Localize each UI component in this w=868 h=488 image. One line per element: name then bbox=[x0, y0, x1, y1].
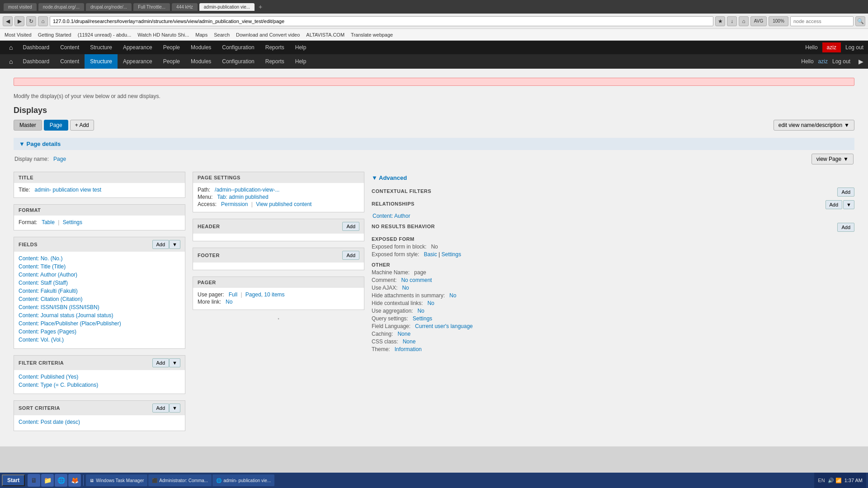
bookmark-naruto[interactable]: Watch HD Naruto Shi... bbox=[136, 31, 191, 38]
drupal-home2-icon[interactable]: ⌂ bbox=[5, 58, 17, 65]
bookmark-maps[interactable]: Maps bbox=[193, 31, 209, 38]
nav1-people[interactable]: People bbox=[158, 41, 185, 54]
reload-button[interactable]: ↻ bbox=[26, 16, 36, 26]
bookmark-button[interactable]: ★ bbox=[715, 16, 725, 26]
field-item-10[interactable]: Content: Vol. (Vol.) bbox=[19, 337, 180, 343]
comment-value-link[interactable]: No comment bbox=[401, 277, 432, 283]
zoom-button[interactable]: 100% bbox=[769, 16, 788, 26]
nav1-content[interactable]: Content bbox=[55, 41, 85, 54]
browser-tab-4[interactable]: Full Throttle... bbox=[133, 3, 170, 11]
exposed-form-settings-link[interactable]: Settings bbox=[442, 251, 461, 258]
pager-paged-link[interactable]: Paged, 10 items bbox=[245, 291, 285, 298]
browser-tab-active[interactable]: admin-publication vie... bbox=[199, 3, 255, 11]
home2-button[interactable]: ⌂ bbox=[739, 16, 749, 26]
nav2-content[interactable]: Content bbox=[55, 54, 85, 69]
caching-value-link[interactable]: None bbox=[397, 331, 410, 337]
nav2-appearance[interactable]: Appearance bbox=[118, 54, 158, 69]
pager-full-link[interactable]: Full bbox=[229, 291, 237, 298]
taskbar-icon-4[interactable]: 🦊 bbox=[68, 474, 81, 487]
use-ajax-value-link[interactable]: No bbox=[402, 285, 409, 291]
advanced-header[interactable]: ▼ Advanced bbox=[372, 172, 854, 184]
field-item-5[interactable]: Content: Citation (Citation) bbox=[19, 296, 180, 302]
bookmark-altavista[interactable]: ALTAVISTA.COM bbox=[304, 31, 346, 38]
back-button[interactable]: ◀ bbox=[3, 16, 13, 26]
taskbar-item-1[interactable]: 🖥 Windows Task Manager bbox=[86, 474, 147, 486]
nav1-reports[interactable]: Reports bbox=[260, 41, 290, 54]
nav2-modules[interactable]: Modules bbox=[185, 54, 217, 69]
nav1-configuration[interactable]: Configuration bbox=[217, 41, 259, 54]
use-aggregation-value-link[interactable]: No bbox=[417, 308, 424, 314]
field-item-1[interactable]: Content: Title (Title) bbox=[19, 263, 180, 270]
header-add-button[interactable]: Add bbox=[342, 222, 359, 231]
nav2-dashboard[interactable]: Dashboard bbox=[17, 54, 55, 69]
sort-add-button[interactable]: Add bbox=[152, 404, 170, 413]
browser-tab-1[interactable]: most visited bbox=[4, 3, 37, 11]
taskbar-icon-3[interactable]: 🌐 bbox=[55, 474, 67, 487]
fields-add-button[interactable]: Add bbox=[152, 240, 170, 249]
field-item-0[interactable]: Content: No. (No.) bbox=[19, 255, 180, 262]
start-button[interactable]: Start bbox=[2, 474, 25, 486]
forward-button[interactable]: ▶ bbox=[14, 16, 24, 26]
format-settings-link[interactable]: Settings bbox=[63, 219, 82, 225]
relationships-author-link[interactable]: Content: Author bbox=[373, 213, 410, 219]
more-link-value[interactable]: No bbox=[226, 299, 232, 305]
search-go-button[interactable]: 🔍 bbox=[855, 16, 865, 26]
filter-item-0[interactable]: Content: Published (Yes) bbox=[19, 374, 180, 380]
address-input[interactable] bbox=[50, 16, 713, 26]
contextual-filters-add-button[interactable]: Add bbox=[837, 188, 854, 197]
nav2-help[interactable]: Help bbox=[290, 54, 312, 69]
nav1-appearance[interactable]: Appearance bbox=[118, 41, 158, 54]
title-value-link[interactable]: admin- publication view test bbox=[35, 187, 101, 193]
nav1-structure[interactable]: Structure bbox=[85, 41, 118, 54]
hide-attachments-value-link[interactable]: No bbox=[449, 292, 456, 299]
sort-item-0[interactable]: Content: Post date (desc) bbox=[19, 419, 180, 425]
field-item-2[interactable]: Content: Author (Author) bbox=[19, 272, 180, 278]
edit-view-name-button[interactable]: edit view name/description ▼ bbox=[774, 120, 854, 131]
search-input[interactable] bbox=[790, 16, 854, 26]
permission-link[interactable]: Permission bbox=[221, 201, 248, 207]
download-button[interactable]: ↓ bbox=[727, 16, 737, 26]
taskbar-item-2[interactable]: ⬛ Administrator: Comma... bbox=[148, 474, 212, 486]
add-display-button[interactable]: + Add bbox=[70, 120, 94, 131]
footer-add-button[interactable]: Add bbox=[342, 251, 359, 260]
bookmark-getting-started[interactable]: Getting Started bbox=[36, 31, 73, 38]
nav1-username[interactable]: aziz bbox=[822, 42, 841, 52]
field-item-3[interactable]: Content: Staff (Staff) bbox=[19, 280, 180, 286]
format-table-link[interactable]: Table bbox=[42, 219, 55, 225]
avast-button[interactable]: AVG bbox=[750, 16, 767, 26]
field-item-7[interactable]: Content: Journal status (Journal status) bbox=[19, 312, 180, 319]
nav2-configuration[interactable]: Configuration bbox=[217, 54, 259, 69]
path-value-link[interactable]: /admin--publication-view-... bbox=[215, 187, 279, 193]
menu-value-link[interactable]: Tab: admin published bbox=[217, 194, 268, 200]
home-button[interactable]: ⌂ bbox=[38, 16, 48, 26]
nav2-logout-button[interactable]: Log out bbox=[832, 58, 850, 65]
css-class-value-link[interactable]: None bbox=[403, 338, 416, 345]
browser-tab-5[interactable]: 444 kHz bbox=[172, 3, 198, 11]
nav2-reports[interactable]: Reports bbox=[260, 54, 290, 69]
field-language-value-link[interactable]: Current user's language bbox=[415, 323, 473, 329]
display-name-value[interactable]: Page bbox=[53, 156, 66, 162]
bookmark-most-visited[interactable]: Most Visited bbox=[3, 31, 33, 38]
nav2-username[interactable]: aziz bbox=[818, 58, 828, 65]
nav1-help[interactable]: Help bbox=[290, 41, 312, 54]
page-details-header[interactable]: ▼ Page details bbox=[14, 138, 854, 150]
relationships-add-dropdown[interactable]: ▼ bbox=[843, 200, 854, 209]
nav2-structure[interactable]: Structure bbox=[85, 54, 118, 69]
query-settings-link[interactable]: Settings bbox=[413, 315, 432, 322]
drupal-home-icon[interactable]: ⌂ bbox=[5, 44, 17, 51]
browser-tab-2[interactable]: node.drupal.org/... bbox=[38, 3, 84, 11]
nav1-dashboard[interactable]: Dashboard bbox=[17, 41, 55, 54]
field-item-6[interactable]: Content: ISSN/ISBN (ISSN/ISBN) bbox=[19, 304, 180, 310]
relationships-add-button[interactable]: Add bbox=[826, 200, 843, 209]
exposed-form-style-link[interactable]: Basic bbox=[424, 251, 437, 258]
page-tab[interactable]: Page bbox=[44, 120, 68, 131]
taskbar-icon-1[interactable]: 🖥 bbox=[28, 474, 40, 487]
field-item-9[interactable]: Content: Pages (Pages) bbox=[19, 328, 180, 335]
sort-add-dropdown[interactable]: ▼ bbox=[169, 404, 180, 413]
bookmark-translate[interactable]: Translate webpage bbox=[349, 31, 395, 38]
filter-add-button[interactable]: Add bbox=[152, 358, 170, 367]
bookmark-mail[interactable]: (11924 unread) - abdu... bbox=[76, 31, 133, 38]
nav2-collapse-button[interactable]: ▶ bbox=[859, 58, 863, 65]
view-page-button[interactable]: view Page ▼ bbox=[811, 154, 854, 164]
field-item-8[interactable]: Content: Place/Publisher (Place/Publishe… bbox=[19, 320, 180, 327]
